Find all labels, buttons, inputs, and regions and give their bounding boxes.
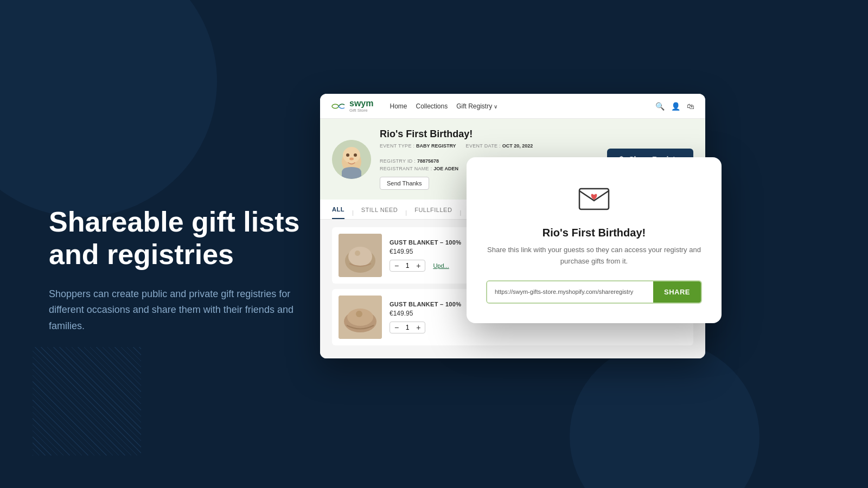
account-icon[interactable]: 👤 (671, 102, 680, 111)
product-image-2 (339, 296, 382, 339)
left-section: Shareable gift lists and registries Shop… (49, 206, 309, 335)
store-nav-links: Home Collections Gift Registry (390, 102, 644, 110)
gift-registry-icon (575, 179, 613, 217)
send-thanks-button[interactable]: Send Thanks (380, 177, 429, 190)
store-nav-icons: 🔍 👤 🛍 (655, 102, 694, 111)
svg-point-6 (349, 157, 354, 160)
modal-icon (575, 179, 613, 217)
meta-event-type: EVENT TYPE : BABY REGISTRY (380, 143, 456, 149)
modal-description: Share this link with your guests so they… (486, 245, 702, 267)
swym-logo-icon (331, 101, 346, 111)
store-logo: swym Gift Store (331, 99, 373, 113)
bg-circle-2 (570, 342, 760, 488)
tab-divider-2: | (405, 209, 407, 216)
qty-value-1: 1 (403, 262, 412, 269)
meta-registrant-label: REGISTRANT NAME : (380, 166, 433, 171)
meta-event-type-value: BABY REGISTRY (416, 143, 456, 149)
qty-decrease-1[interactable]: − (394, 262, 399, 269)
qty-increase-2[interactable]: + (416, 324, 420, 331)
meta-registrant: REGISTRANT NAME : JOE ADEN (380, 166, 458, 171)
logo-text: swym (349, 99, 373, 108)
product-image-svg-1 (339, 234, 382, 277)
svg-point-10 (355, 251, 360, 256)
bg-circle-1 (0, 0, 217, 217)
meta-registry-id-label: REGISTRY ID : (380, 158, 417, 164)
qty-increase-1[interactable]: + (416, 262, 420, 269)
tab-fullfilled[interactable]: FULLFILLED (414, 207, 452, 219)
sub-text: Shoppers can create public and private g… (49, 286, 309, 335)
meta-registry-id: REGISTRY ID : 78875678 (380, 158, 439, 164)
store-nav: swym Gift Store Home Collections Gift Re… (320, 94, 705, 119)
share-copy-button[interactable]: SHARE (653, 281, 701, 303)
nav-gift-registry[interactable]: Gift Registry (456, 102, 497, 110)
qty-control-2: − 1 + (390, 322, 425, 333)
svg-point-0 (332, 104, 339, 108)
share-modal: Rio's First Birthday! Share this link wi… (467, 157, 722, 323)
logo-subtext: Gift Store (349, 108, 373, 113)
meta-event-date-value: OCT 20, 2022 (502, 143, 533, 149)
product-image-1 (339, 234, 382, 277)
svg-point-9 (348, 247, 372, 266)
bg-lines (33, 347, 141, 455)
modal-title: Rio's First Birthday! (486, 227, 702, 239)
registry-avatar (332, 140, 371, 179)
main-heading: Shareable gift lists and registries (49, 206, 309, 271)
svg-point-4 (346, 153, 349, 157)
tab-divider-1: | (352, 209, 354, 216)
search-icon[interactable]: 🔍 (655, 102, 665, 111)
registry-title: Rio's First Birthday! (380, 129, 598, 140)
product-controls-2: − 1 + (390, 322, 618, 333)
product-image-svg-2 (339, 296, 382, 339)
tab-still-need[interactable]: STILL NEED (361, 207, 398, 219)
svg-point-14 (356, 311, 362, 317)
qty-decrease-2[interactable]: − (394, 324, 399, 331)
meta-event-date: EVENT DATE : OCT 20, 2022 (466, 143, 533, 149)
nav-home[interactable]: Home (390, 102, 407, 110)
baby-avatar-img (332, 140, 371, 179)
tab-divider-3: | (459, 209, 461, 216)
nav-collections[interactable]: Collections (416, 102, 448, 110)
update-link-1[interactable]: Upd... (433, 262, 449, 269)
share-url-row: SHARE (486, 280, 702, 304)
svg-point-3 (343, 147, 360, 163)
meta-event-date-label: EVENT DATE : (466, 143, 502, 149)
qty-value-2: 1 (403, 324, 412, 331)
svg-point-5 (354, 153, 357, 157)
qty-control-1: − 1 + (390, 260, 425, 272)
meta-event-type-label: EVENT TYPE : (380, 143, 416, 149)
meta-registry-id-value: 78875678 (417, 158, 439, 164)
cart-icon[interactable]: 🛍 (687, 102, 694, 111)
tab-all[interactable]: ALL (332, 206, 344, 219)
meta-registrant-value: JOE ADEN (433, 166, 458, 171)
share-url-input[interactable] (487, 281, 653, 303)
